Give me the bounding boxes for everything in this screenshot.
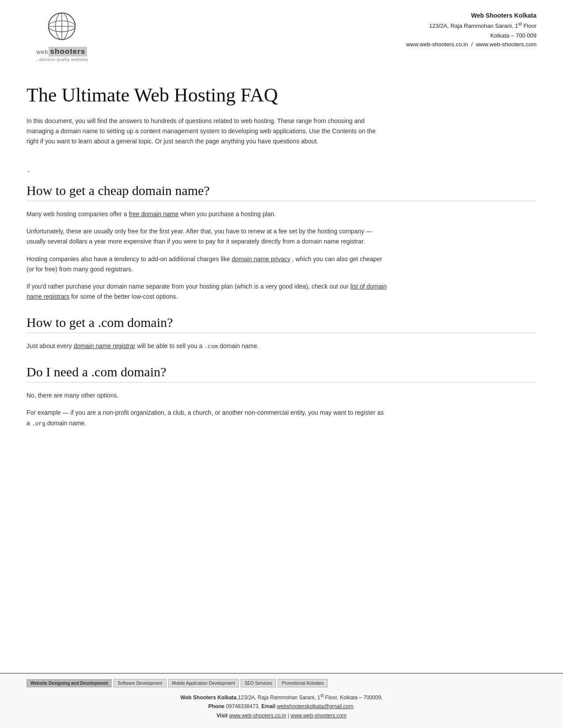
footer-visit-label: Visit <box>216 713 227 719</box>
footer-email-label: Email <box>261 703 276 709</box>
cheap-domain-p2: Unfortunately, these are usually only fr… <box>26 226 389 247</box>
footer-address-line1: Web Shooters Kolkata,123/2A, Raja Rammoh… <box>26 692 537 702</box>
section-need-com-heading: Do I need a .com domain? <box>26 364 537 383</box>
footer-website1-link[interactable]: www.web-shooters.co.in <box>229 713 286 719</box>
section-com-domain-heading: How to get a .com domain? <box>26 315 537 333</box>
com-domain-p1: Just about every domain name registrar w… <box>26 341 389 351</box>
header-websites: www.web-shooters.co.in / www.web-shooter… <box>115 40 537 49</box>
cheap-domain-p4: If you'd rather purchase your domain nam… <box>26 281 389 302</box>
footer-nav: Website Designing and Development Softwa… <box>26 679 537 687</box>
section-cheap-domain-body: Many web hosting companies offer a free … <box>26 209 389 302</box>
footer-nav-item-3[interactable]: SEO Services <box>241 679 276 687</box>
intro-paragraph: In this document, you will find the answ… <box>26 116 389 146</box>
footer-phone-email-line: Phone 09748338473, Email webshooterskolk… <box>26 702 537 711</box>
domain-privacy-link[interactable]: domain name privacy <box>232 255 291 263</box>
page-title: The Ultimate Web Hosting FAQ <box>26 84 537 106</box>
section-com-domain: How to get a .com domain? Just about eve… <box>26 315 537 351</box>
logo-text-row: web shooters <box>37 47 87 56</box>
footer-phone-label: Phone <box>208 703 225 709</box>
header-website1-link[interactable]: www.web-shooters.co.in <box>406 41 468 48</box>
logo-tagline: ...decisive quality websites <box>35 57 88 62</box>
section-com-domain-body: Just about every domain name registrar w… <box>26 341 389 351</box>
footer-nav-item-1[interactable]: Software Development <box>113 679 166 687</box>
header: web shooters ...decisive quality website… <box>0 0 563 66</box>
footer-nav-item-4[interactable]: Promotional Activities <box>278 679 328 687</box>
footer-nav-item-0[interactable]: Website Designing and Development <box>26 679 112 687</box>
header-address-line1: 123/2A, Raja Rammohan Sarani, 1st Floor <box>115 20 537 31</box>
footer-visit-line: Visit www.web-shooters.co.in | www.web-s… <box>26 711 537 720</box>
domain-registrar-link[interactable]: domain name registrar <box>74 342 136 349</box>
logo-shooters-text: shooters <box>49 47 87 56</box>
footer-phone: 09748338473, <box>226 703 261 709</box>
header-address-line2: Kolkata – 700 009 <box>115 31 537 41</box>
section-need-com: Do I need a .com domain? No, there are m… <box>26 364 537 428</box>
page-wrapper: web shooters ...decisive quality website… <box>0 0 563 728</box>
footer: Website Designing and Development Softwa… <box>0 673 563 728</box>
footer-address: Web Shooters Kolkata,123/2A, Raja Rammoh… <box>26 692 537 720</box>
logo-area: web shooters ...decisive quality website… <box>26 11 97 62</box>
header-contact: Web Shooters Kolkata 123/2A, Raja Rammoh… <box>115 11 537 49</box>
dot-separator: . <box>27 164 537 174</box>
header-website2-link[interactable]: www.web-shooters.com <box>476 41 537 48</box>
header-company-name: Web Shooters Kolkata <box>115 11 537 20</box>
need-com-p1: No, there are many other options. <box>26 390 389 401</box>
free-domain-link[interactable]: free domain name <box>129 210 179 218</box>
footer-nav-item-2[interactable]: Mobile Application Development <box>168 679 239 687</box>
logo-web-text: web <box>37 49 49 55</box>
cheap-domain-p1: Many web hosting companies offer a free … <box>26 209 389 219</box>
globe-icon <box>44 11 79 46</box>
footer-company-name: Web Shooters Kolkata <box>181 694 237 701</box>
footer-email-link[interactable]: webshooterskolkata@gmail.com <box>277 703 353 709</box>
footer-website2-link[interactable]: www.web-shooters.com <box>291 713 347 719</box>
cheap-domain-p3: Hosting companies also have a tendency t… <box>26 254 389 274</box>
main-content: The Ultimate Web Hosting FAQ In this doc… <box>0 66 563 673</box>
need-com-p2: For example — if you are a non-profit or… <box>26 408 389 428</box>
section-cheap-domain: How to get a cheap domain name? Many web… <box>26 183 537 302</box>
section-cheap-domain-heading: How to get a cheap domain name? <box>26 183 537 201</box>
section-need-com-body: No, there are many other options. For ex… <box>26 390 389 428</box>
